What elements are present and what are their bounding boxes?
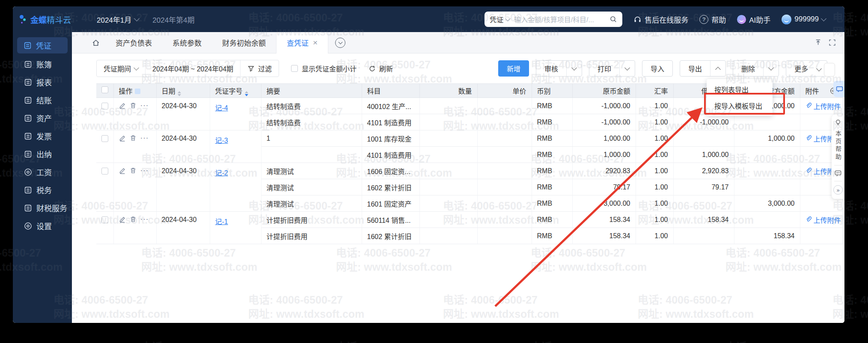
- original-amount-cell: 1,000.00: [572, 147, 636, 163]
- bulb-icon[interactable]: [834, 119, 842, 127]
- account-cell: 1606 固定资...: [362, 163, 419, 179]
- export-menu-item[interactable]: 按列表导出: [707, 81, 773, 98]
- user-menu[interactable]: 999999: [782, 15, 826, 24]
- sidebar-item-voucher[interactable]: 凭证: [17, 37, 68, 53]
- sidebar-item-invoice[interactable]: 发票: [13, 127, 72, 145]
- select-all-checkbox[interactable]: [101, 86, 108, 93]
- filter-button[interactable]: 过滤: [240, 60, 279, 77]
- show-subtotal-checkbox[interactable]: 显示凭证金额小计: [291, 63, 357, 74]
- voucher-no-link[interactable]: 记-4: [215, 104, 228, 112]
- sidebar-item-salary[interactable]: 工资: [13, 163, 72, 181]
- col-original-amount: 原币金额: [572, 84, 636, 98]
- search-input[interactable]: 输入金额/核算项目/科目/...: [514, 14, 605, 24]
- more-actions-icon[interactable]: ···: [140, 103, 149, 108]
- edit-icon[interactable]: [119, 135, 126, 142]
- sidebar-item-asset[interactable]: 资产: [13, 109, 72, 127]
- debit-cell: 158.34: [673, 212, 734, 228]
- col-date[interactable]: 日期: [156, 84, 210, 98]
- period-range-field[interactable]: 2024年04期 ~ 2024年04期: [145, 60, 240, 77]
- voucher-no-link[interactable]: 记-2: [215, 169, 228, 177]
- sidebar-item-label: 凭证: [36, 40, 51, 51]
- search-icon[interactable]: [609, 15, 617, 23]
- 删除-button[interactable]: 删除: [733, 60, 779, 77]
- sidebar-item-tax-service[interactable]: 财税服务: [13, 199, 72, 217]
- ai-assistant-button[interactable]: AI助手: [737, 14, 770, 25]
- help-button[interactable]: ? 帮助: [699, 14, 726, 25]
- row-actions: ···: [113, 98, 156, 130]
- tab-财务初始余额[interactable]: 财务初始余额: [212, 32, 276, 53]
- search-scope-selector[interactable]: 凭证: [490, 14, 510, 24]
- paperclip-icon: [806, 135, 812, 142]
- currency-cell: RMB: [532, 98, 572, 114]
- after-sales-service-button[interactable]: 售后在线服务: [633, 14, 688, 25]
- split-caret[interactable]: [763, 61, 779, 76]
- delete-icon[interactable]: [130, 167, 137, 174]
- upload-attachment-link[interactable]: 上传附件: [806, 101, 841, 111]
- more-actions-icon[interactable]: ···: [140, 169, 149, 173]
- unit-price-cell: [477, 163, 532, 179]
- 更多-button[interactable]: 更多: [786, 60, 827, 77]
- feedback-chat-icon[interactable]: [834, 169, 842, 177]
- sidebar-item-tax[interactable]: 税务: [13, 181, 72, 199]
- voucher-period-selector[interactable]: 凭证期间: [97, 60, 145, 77]
- help-icon: ?: [699, 15, 708, 24]
- closing-icon: [24, 96, 32, 104]
- original-amount-cell: 158.34: [572, 212, 636, 228]
- voucher-no-link[interactable]: 记-1: [215, 218, 228, 225]
- voucher-date: 2024-04-30: [156, 212, 210, 244]
- export-menu-item-highlighted[interactable]: 按导入模板导出: [707, 98, 773, 114]
- edit-icon[interactable]: [119, 167, 126, 174]
- paperclip-icon: [806, 168, 812, 174]
- sidebar-item-report[interactable]: 报表: [13, 73, 72, 91]
- 导出-button[interactable]: 导出: [680, 60, 726, 77]
- sidebar-item-settings[interactable]: 设置: [13, 217, 72, 235]
- more-actions-icon[interactable]: ···: [140, 136, 149, 140]
- row-checkbox[interactable]: [101, 168, 108, 174]
- upload-attachment-link[interactable]: 上传附件: [806, 215, 841, 225]
- floating-mini-panel[interactable]: [824, 63, 835, 77]
- row-select-cell: [96, 98, 113, 130]
- period-month-selector[interactable]: 2024年1月: [97, 14, 139, 25]
- col-voucher-no[interactable]: 凭证字号: [210, 84, 261, 98]
- split-caret[interactable]: [710, 61, 725, 76]
- edit-icon[interactable]: [119, 216, 126, 223]
- tab-资产负债表[interactable]: 资产负债表: [105, 32, 162, 53]
- back-to-top-icon[interactable]: [814, 39, 822, 46]
- row-checkbox[interactable]: [101, 216, 108, 223]
- tab-查凭证[interactable]: 查凭证×: [276, 32, 328, 53]
- row-checkbox[interactable]: [101, 135, 108, 142]
- sidebar-item-closing[interactable]: 结账: [13, 91, 72, 109]
- sidebar: 凭证账簿报表结账资产发票出纳工资税务财税服务设置: [13, 32, 72, 323]
- 打印-button[interactable]: 打印: [589, 60, 635, 77]
- delete-icon[interactable]: [130, 135, 137, 142]
- home-tab-button[interactable]: [92, 38, 100, 47]
- message-flyout-tab[interactable]: [833, 81, 844, 97]
- refresh-button[interactable]: 刷新: [369, 63, 393, 74]
- add-新增-button[interactable]: 新增: [498, 60, 529, 77]
- edit-icon[interactable]: [119, 102, 126, 109]
- original-amount-cell: 2920.83: [572, 163, 636, 179]
- sidebar-item-cashier[interactable]: 出纳: [13, 145, 72, 163]
- rate-cell: 1.00: [636, 228, 673, 244]
- more-actions-icon[interactable]: ···: [140, 217, 149, 222]
- page-help-label[interactable]: 本页帮助: [834, 130, 842, 161]
- column-settings-icon[interactable]: [135, 89, 140, 94]
- sidebar-item-ledger[interactable]: 账簿: [13, 55, 72, 73]
- tab-overflow-button[interactable]: [335, 38, 345, 48]
- voucher-no-link[interactable]: 记-3: [215, 137, 228, 144]
- close-icon[interactable]: ×: [313, 38, 318, 47]
- delete-icon[interactable]: [130, 216, 137, 223]
- row-checkbox[interactable]: [101, 103, 108, 109]
- global-search[interactable]: 凭证 输入金额/核算项目/科目/...: [485, 12, 622, 27]
- split-caret[interactable]: [619, 61, 635, 76]
- split-caret[interactable]: [566, 61, 582, 76]
- tab-系统参数[interactable]: 系统参数: [162, 32, 212, 53]
- collapse-panel-icon[interactable]: »: [833, 185, 843, 195]
- fullscreen-icon[interactable]: [829, 39, 836, 46]
- credit-cell: 1,000.00: [734, 130, 800, 147]
- 导入-button[interactable]: 导入: [642, 60, 673, 77]
- top-bar: 金蝶精斗云 2024年1月 2024年第4期 凭证 输入金额/核算项目/科目/.…: [13, 6, 844, 32]
- delete-icon[interactable]: [130, 102, 137, 109]
- rate-cell: 1.00: [636, 163, 673, 179]
- 审核-button[interactable]: 审核: [536, 60, 582, 77]
